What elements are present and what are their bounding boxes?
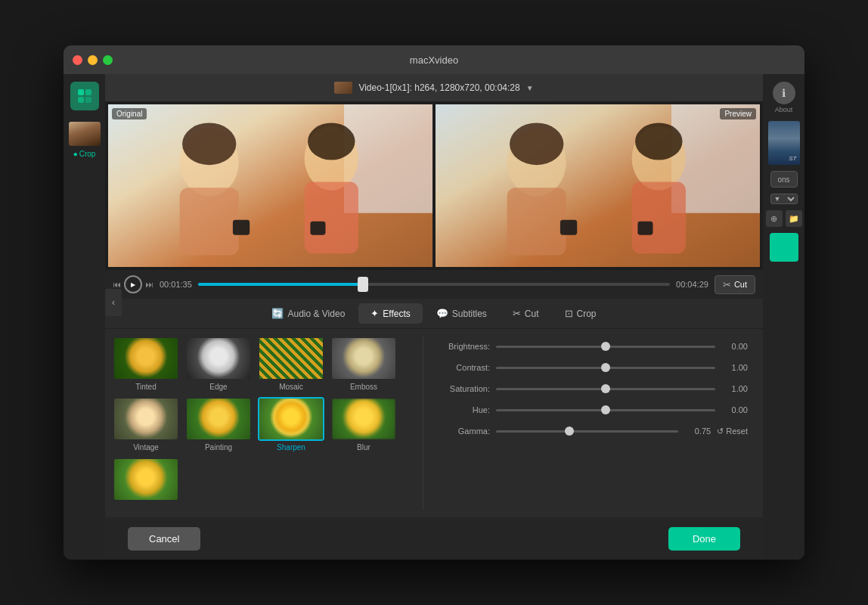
subtitles-icon: 💬 (436, 308, 448, 319)
video-info-thumb (334, 82, 352, 94)
cut-button[interactable]: ✂ Cut (715, 275, 755, 294)
brightness-thumb[interactable] (601, 342, 610, 351)
app-logo (70, 82, 99, 110)
video-info-bar: Video-1[0x1]: h264, 1280x720, 00:04:28 ▼ (105, 74, 763, 101)
window-title: macXvideo (410, 54, 458, 66)
tab-audio-video[interactable]: 🔄 Audio & Video (259, 303, 357, 324)
saturation-thumb[interactable] (601, 384, 610, 393)
saturation-slider[interactable] (496, 383, 715, 395)
done-button[interactable]: Done (668, 527, 740, 551)
timeline-bar[interactable] (198, 283, 670, 286)
timeline-rewind[interactable]: ⏮ (113, 280, 121, 289)
divider (423, 337, 423, 510)
tab-crop[interactable]: ⊡ Crop (553, 303, 609, 324)
video-dropdown-arrow[interactable]: ▼ (526, 84, 534, 92)
options-dropdown[interactable]: ▼ (770, 194, 798, 204)
effects-panel: Tinted Edge Mosaic (105, 329, 763, 517)
effect-extra[interactable] (113, 458, 179, 504)
saturation-value: 1.00 (721, 384, 748, 393)
left-nav-button[interactable]: ‹ (105, 289, 122, 316)
current-time: 00:01:35 (160, 280, 192, 289)
preview-video-image (436, 104, 760, 267)
adjustments-panel: Brightness: 0.00 Contrast: (431, 337, 755, 510)
svg-point-20 (510, 123, 563, 165)
teal-action-square[interactable] (770, 233, 798, 262)
svg-rect-17 (507, 188, 566, 255)
contrast-label: Contrast: (439, 363, 490, 372)
left-sidebar: ● Crop (64, 74, 105, 560)
hue-slider[interactable] (496, 404, 715, 416)
tabs-bar: 🔄 Audio & Video ✦ Effects 💬 Subtitles ✂ … (105, 299, 763, 329)
effect-mosaic[interactable]: Mosaic (258, 337, 324, 391)
svg-rect-19 (632, 182, 686, 253)
hue-row: Hue: 0.00 (439, 404, 748, 416)
about-icon[interactable]: ℹ (773, 82, 795, 104)
effect-vintage[interactable]: Vintage (113, 397, 179, 451)
about-panel: ℹ About (773, 82, 795, 113)
folder-button[interactable]: 📁 (786, 210, 802, 227)
reset-button[interactable]: ↺ Reset (717, 427, 748, 436)
tab-subtitles[interactable]: 💬 Subtitles (424, 303, 499, 324)
gamma-slider[interactable] (496, 425, 678, 437)
gamma-thumb[interactable] (565, 427, 574, 436)
main-layout: ● Crop Video-1[0x1]: h264, 1280x720, 00:… (64, 74, 804, 560)
timeline-handle[interactable] (358, 277, 368, 292)
timeline-forward[interactable]: ⏭ (145, 280, 153, 289)
saturation-row: Saturation: 1.00 (439, 383, 748, 395)
effects-icon: ✦ (370, 308, 379, 319)
svg-rect-13 (310, 222, 325, 235)
saturation-label: Saturation: (439, 384, 490, 393)
preview-area: Original (105, 101, 763, 270)
original-video-panel: Original (108, 104, 432, 267)
cut-icon: ✂ (723, 279, 731, 290)
svg-rect-7 (180, 188, 239, 255)
effect-painting[interactable]: Painting (185, 397, 252, 451)
right-sidebar: ℹ About ST ons ▼ ⊕ 📁 (763, 74, 804, 560)
effects-row-1: Tinted Edge Mosaic (113, 337, 415, 391)
effect-blur[interactable]: Blur (330, 397, 397, 451)
svg-point-10 (182, 123, 236, 165)
sidebar-thumbnail (69, 122, 101, 146)
right-action-buttons: ⊕ 📁 (766, 210, 802, 227)
maximize-dot[interactable] (103, 55, 113, 65)
original-video-image (108, 104, 432, 267)
contrast-slider[interactable] (496, 361, 715, 374)
right-thumb-text: ST (789, 155, 796, 162)
contrast-thumb[interactable] (601, 363, 610, 372)
timeline: ⏮ ▶ ⏭ 00:01:35 00:04:29 ✂ Cut (105, 270, 763, 299)
hue-thumb[interactable] (601, 405, 610, 414)
svg-rect-2 (78, 97, 84, 103)
main-window: macXvideo ● Crop (64, 45, 804, 560)
minimize-dot[interactable] (88, 55, 98, 65)
svg-point-21 (635, 123, 682, 160)
bottom-bar: Cancel Done (105, 517, 763, 560)
options-button[interactable]: ons (770, 171, 798, 188)
add-media-button[interactable]: ⊕ (766, 210, 783, 227)
tab-cut[interactable]: ✂ Cut (501, 303, 551, 324)
svg-rect-3 (85, 97, 91, 103)
effect-edge[interactable]: Edge (185, 337, 252, 391)
effect-tinted[interactable]: Tinted (113, 337, 179, 391)
original-label: Original (112, 108, 147, 119)
window-controls (73, 55, 113, 65)
gamma-value: 0.75 (684, 427, 711, 436)
cancel-button[interactable]: Cancel (128, 527, 200, 551)
play-button[interactable]: ▶ (124, 275, 142, 293)
effects-row-3 (113, 458, 415, 504)
about-text: About (773, 106, 795, 113)
close-dot[interactable] (73, 55, 82, 65)
effect-sharpen[interactable]: Sharpen (258, 397, 324, 451)
audio-video-icon: 🔄 (271, 308, 284, 319)
effects-row-2: Vintage Painting Sharpen (113, 397, 415, 451)
brightness-value: 0.00 (721, 342, 748, 351)
brightness-slider[interactable] (496, 340, 715, 352)
effect-emboss[interactable]: Emboss (330, 337, 397, 391)
video-info-text: Video-1[0x1]: h264, 1280x720, 00:04:28 (358, 82, 519, 93)
contrast-value: 1.00 (721, 363, 748, 372)
hue-label: Hue: (439, 405, 490, 414)
crop-icon: ⊡ (565, 308, 573, 319)
tab-effects[interactable]: ✦ Effects (358, 303, 422, 324)
brightness-row: Brightness: 0.00 (439, 340, 748, 352)
cut-tab-icon: ✂ (513, 308, 521, 319)
svg-rect-12 (233, 220, 250, 235)
